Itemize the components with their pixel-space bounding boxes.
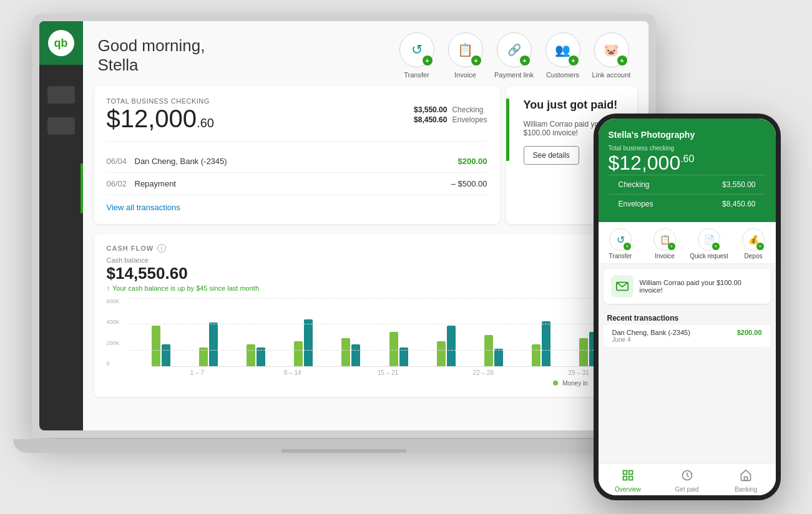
bar-green-10: [579, 338, 588, 366]
checking-label: Checking: [452, 105, 483, 114]
see-details-button[interactable]: See details: [524, 146, 579, 165]
cashflow-balance-label: Cash balance: [107, 256, 625, 264]
x-label-3: 15 – 21: [342, 369, 434, 376]
tx-amount-1: $200.00: [458, 157, 487, 166]
phone-transfer-icon: ↺: [617, 234, 625, 246]
laptop: qb Good morning,: [32, 14, 668, 488]
phone-recent-transactions-title: Recent transactions: [599, 309, 776, 325]
payment-link-plus-icon: +: [520, 56, 530, 65]
phone-nav-banking-label: Banking: [735, 486, 757, 493]
bar-group-8: [484, 335, 529, 366]
sidebar: qb: [39, 21, 83, 430]
customers-label: Customers: [546, 71, 579, 79]
tx-desc-1: Dan Cheng, Bank (-2345): [135, 157, 458, 166]
transfer-circle: ↺ +: [399, 32, 434, 67]
phone-deposit-label: Depos: [745, 253, 763, 259]
envelopes-amount: $8,450.60: [414, 115, 447, 124]
phone-deposit-plus-icon: +: [756, 243, 764, 250]
svg-rect-4: [629, 477, 632, 480]
greeting: Good morning, Stella: [98, 36, 395, 75]
qb-logo-icon: qb: [48, 30, 74, 56]
bar-group-1: [152, 326, 197, 366]
bar-group-7: [437, 326, 482, 366]
quick-action-transfer[interactable]: ↺ + Transfer: [395, 32, 439, 79]
phone-quick-request-circle: 📄 +: [698, 228, 720, 251]
bar-group-9: [532, 321, 577, 366]
y-label-200k: 200K: [107, 340, 129, 346]
payment-link-circle: 🔗 +: [497, 32, 532, 67]
account-card: Total business checking $12,000 .60 $3,5…: [94, 86, 500, 224]
phone-envelopes-label: Envelopes: [619, 200, 653, 208]
phone-balance-cents: .60: [680, 153, 694, 164]
bar-green-9: [532, 344, 541, 366]
phone-app-name: Stella's Photography: [609, 130, 766, 140]
phone-nav-getpaid-label: Get paid: [675, 486, 699, 493]
view-all-transactions-link[interactable]: View all transactions: [107, 203, 180, 212]
quick-action-invoice[interactable]: 📋 + Invoice: [444, 32, 487, 79]
sidebar-accent: [81, 163, 83, 213]
bar-teal-7: [447, 326, 456, 366]
y-label-400k: 400K: [107, 319, 129, 325]
balance-details: $3,550.00 Checking $8,450.60 Envelopes: [414, 105, 487, 124]
cashflow-title: CASH FLOW: [107, 245, 154, 252]
sidebar-nav-item-1[interactable]: [47, 86, 75, 104]
phone-checking-amount: $3,550.00: [722, 180, 755, 189]
phone-header: Stella's Photography Total business chec…: [599, 119, 776, 222]
getpaid-nav-icon: [681, 469, 693, 485]
envelopes-label: Envelopes: [452, 115, 487, 124]
phone-balance-label: Total business checking: [609, 145, 766, 152]
transfer-label: Transfer: [404, 71, 429, 79]
phone-transfer-circle: ↺ +: [609, 228, 632, 251]
laptop-body: qb Good morning,: [32, 14, 656, 438]
phone-transfer-plus-icon: +: [624, 243, 631, 250]
phone-quick-request-plus-icon: +: [712, 243, 720, 250]
account-total-cents: .60: [197, 116, 214, 130]
laptop-screen: qb Good morning,: [39, 21, 648, 430]
cashflow-info-icon[interactable]: i: [157, 244, 166, 253]
quick-action-link-account[interactable]: 🐷 + Link account: [590, 32, 633, 79]
tx-date-2: 06/02: [107, 179, 135, 188]
bar-green-2: [199, 347, 208, 366]
customers-circle: 👥 +: [545, 32, 580, 67]
bar-teal-2: [209, 322, 218, 366]
tx-date-1: 06/04: [107, 157, 135, 166]
quick-action-customers[interactable]: 👥 + Customers: [541, 32, 585, 79]
sidebar-nav-item-2[interactable]: [47, 117, 75, 135]
banking-nav-icon: [740, 469, 752, 485]
chart-x-labels: 1 – 7 8 – 14 15 – 21 22 – 28 29 – 31: [152, 369, 625, 376]
phone-nav-overview[interactable]: Overview: [599, 469, 658, 493]
y-label-600k: 600K: [107, 298, 129, 304]
phone-action-transfer[interactable]: ↺ + Transfer: [599, 228, 643, 259]
phone-tx-row-1: Dan Cheng, Bank (-2345) June 4 $200.00: [604, 325, 771, 347]
bar-teal-6: [399, 347, 408, 366]
link-account-circle: 🐷 +: [594, 32, 629, 67]
trend-arrow-icon: ↑: [107, 284, 110, 292]
quick-action-payment-link[interactable]: 🔗 + Payment link: [492, 32, 536, 79]
legend-money-in: Money in: [553, 380, 587, 387]
checking-amount: $3,550.00: [414, 105, 447, 114]
bar-green-4: [294, 341, 303, 366]
phone-action-quick-request[interactable]: 📄 + Quick request: [687, 228, 731, 259]
bar-group-5: [341, 338, 386, 366]
phone-tx-info: Dan Cheng, Bank (-2345) June 4: [612, 329, 690, 343]
phone-nav-getpaid[interactable]: Get paid: [657, 469, 717, 493]
payment-link-label: Payment link: [494, 71, 534, 79]
invoice-circle: 📋 +: [448, 32, 483, 67]
bar-teal-1: [162, 344, 170, 366]
phone-envelopes-row: Envelopes $8,450.60: [609, 194, 766, 213]
phone-balance: $12,000.60: [609, 152, 766, 175]
svg-rect-1: [623, 471, 627, 475]
phone-balance-main: $12,000: [609, 152, 681, 174]
bar-group-6: [389, 332, 434, 366]
phone-action-invoice[interactable]: 📋 + Invoice: [643, 228, 687, 259]
greeting-line1: Good morning,: [98, 36, 395, 56]
invoice-icon: 📋: [457, 42, 473, 57]
tx-desc-2: Repayment: [135, 179, 451, 188]
bar-green-1: [152, 326, 160, 366]
phone-quick-request-label: Quick request: [690, 253, 728, 259]
balance-top: Total business checking $12,000 .60 $3,5…: [107, 97, 487, 142]
cashflow-trend: ↑ Your cash balance is up by $45 since l…: [107, 284, 625, 292]
bar-group-2: [199, 322, 244, 366]
phone-nav-banking[interactable]: Banking: [717, 469, 776, 493]
phone-action-deposit[interactable]: 💰 + Depos: [731, 228, 776, 259]
